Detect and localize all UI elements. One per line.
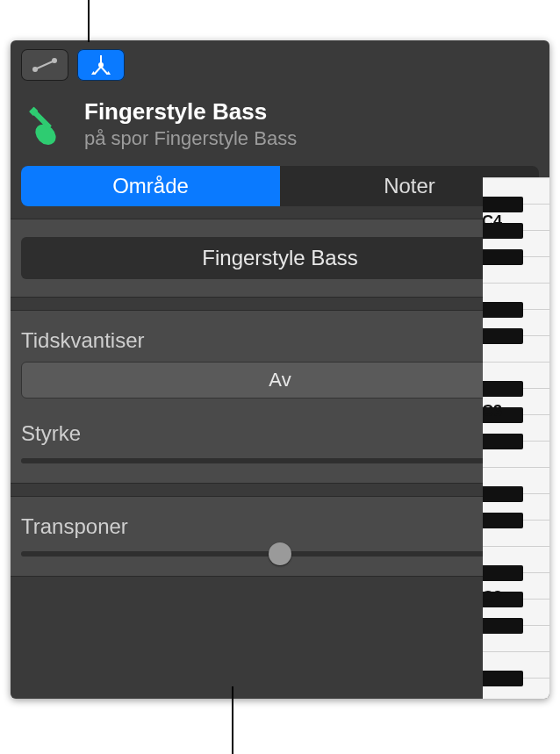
- track-instrument-icon: [21, 100, 70, 149]
- svg-line-5: [94, 67, 101, 75]
- transpose-slider[interactable]: [21, 551, 539, 557]
- svg-line-2: [37, 61, 53, 68]
- quantize-label: Tidskvantiser: [21, 328, 539, 353]
- flex-toggle[interactable]: [77, 49, 125, 81]
- region-name-section: Fingerstyle Bass: [11, 219, 549, 298]
- tab-region[interactable]: Område: [21, 166, 280, 206]
- region-subtitle: på spor Fingerstyle Bass: [84, 127, 297, 150]
- piano-label-c2: C2: [483, 588, 502, 607]
- automation-icon: [31, 56, 59, 74]
- quantize-value: Av: [269, 369, 291, 391]
- svg-line-6: [101, 67, 108, 75]
- quantize-dropdown[interactable]: Av: [21, 362, 539, 399]
- strength-row: Styrke 100: [21, 421, 539, 463]
- transpose-thumb[interactable]: [269, 542, 291, 565]
- region-title: Fingerstyle Bass: [84, 98, 297, 126]
- region-name-field[interactable]: Fingerstyle Bass: [21, 237, 539, 279]
- inspector-panel: Fingerstyle Bass på spor Fingerstyle Bas…: [11, 40, 549, 699]
- piano-label-c4: C4: [483, 212, 502, 231]
- key-area: C4 C3 C2: [483, 177, 549, 699]
- callout-line-top: [88, 0, 90, 42]
- quantize-section: Tidskvantiser Av Styrke 100: [11, 310, 549, 484]
- transpose-section: Transponer 0: [11, 496, 549, 577]
- strength-label: Styrke: [21, 421, 81, 446]
- piano-ruler[interactable]: C4 C3 C2: [483, 177, 549, 699]
- toolbar: [11, 40, 549, 86]
- automation-toggle[interactable]: [21, 49, 68, 81]
- flex-icon: [88, 55, 114, 75]
- region-header: Fingerstyle Bass på spor Fingerstyle Bas…: [11, 86, 549, 166]
- callout-line-bottom: [232, 686, 233, 754]
- strength-slider[interactable]: [21, 458, 539, 463]
- piano-label-c3: C3: [483, 402, 502, 420]
- transpose-label: Transponer: [21, 514, 128, 539]
- inspector-tabs: Område Noter: [21, 166, 539, 206]
